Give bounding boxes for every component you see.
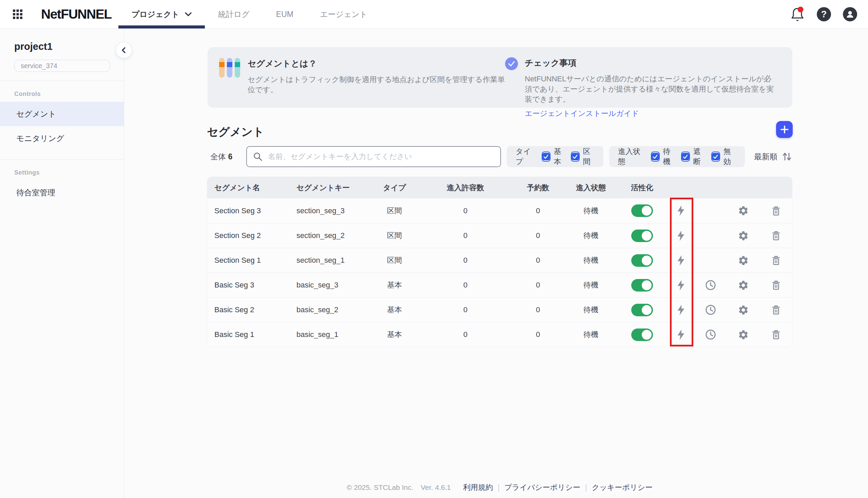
trash-icon[interactable] — [771, 206, 781, 216]
netfunnel-segment-page: NetFUNNEL プロジェクト 統計ログ EUM エージェント — [0, 0, 868, 498]
add-segment-button[interactable] — [776, 121, 793, 138]
status-filter-waiting[interactable]: 待機 — [651, 146, 676, 167]
segment-type: 基本 — [370, 329, 419, 340]
tab-project-label: プロジェクト — [132, 9, 179, 19]
gear-icon[interactable] — [738, 205, 749, 216]
segment-status: 待機 — [564, 255, 618, 265]
app-grid-icon[interactable] — [10, 6, 25, 22]
search-icon — [253, 152, 262, 161]
banner-segment-info: セグメントとは？ セグメントはトラフィック制御を適用する地点および区間を管理する… — [208, 47, 505, 108]
bolt-icon[interactable] — [677, 329, 685, 340]
tab-stats-log-label: 統計ログ — [218, 9, 250, 19]
segment-reserved-count: 0 — [512, 330, 564, 339]
segment-key: basic_seg_3 — [289, 281, 370, 289]
status-filter-blocked[interactable]: 遮断 — [681, 146, 706, 167]
tab-eum-label: EUM — [276, 10, 294, 19]
trash-icon[interactable] — [771, 329, 781, 340]
table-row: Basic Seg 2 basic_seg_2 基本 0 0 待機 — [207, 297, 792, 322]
project-title: project1 — [0, 29, 124, 52]
bolt-icon[interactable] — [677, 206, 685, 216]
segment-key: section_seg_3 — [289, 207, 370, 215]
segment-allowed-count: 0 — [419, 305, 512, 314]
segment-reserved-count: 0 — [512, 207, 564, 215]
account-avatar-icon[interactable] — [843, 7, 857, 21]
gear-icon[interactable] — [738, 304, 749, 316]
segment-type: 区間 — [370, 231, 419, 241]
privacy-policy-link[interactable]: プライバシーポリシー — [504, 482, 580, 493]
status-filter-disabled[interactable]: 無効 — [711, 146, 736, 167]
tab-agent[interactable]: エージェント — [307, 0, 381, 28]
activation-toggle-on[interactable] — [631, 328, 653, 341]
trash-icon[interactable] — [771, 280, 781, 290]
checkbox-checked-icon — [681, 152, 690, 162]
help-icon[interactable]: ? — [817, 7, 831, 21]
tab-stats-log[interactable]: 統計ログ — [205, 0, 263, 28]
activation-toggle-on[interactable] — [631, 279, 653, 291]
sidebar-item-waiting-room-label: 待合室管理 — [16, 187, 55, 198]
bolt-icon[interactable] — [677, 280, 685, 290]
activation-toggle-on[interactable] — [631, 304, 653, 316]
tab-eum[interactable]: EUM — [263, 0, 307, 28]
trash-icon[interactable] — [771, 230, 781, 241]
segment-reserved-count: 0 — [512, 256, 564, 265]
segment-type: 区間 — [370, 206, 419, 216]
type-filter-group: タイプ 基本 区間 — [507, 146, 604, 167]
version-text: Ver. 4.6.1 — [421, 483, 451, 492]
netfunnel-logo[interactable]: NetFUNNEL — [41, 7, 112, 22]
header-activation: 活性化 — [618, 183, 666, 193]
sort-arrows-icon — [781, 152, 792, 162]
clock-icon[interactable] — [705, 304, 716, 316]
service-selector[interactable]: service_374 — [14, 60, 110, 72]
bolt-icon[interactable] — [677, 231, 685, 241]
clock-icon[interactable] — [705, 329, 716, 340]
list-controls: 全体 6 タイプ 基本 — [207, 146, 792, 167]
checkbox-checked-icon — [542, 152, 550, 162]
sort-control[interactable]: 最新順 — [754, 152, 792, 162]
notification-bell-icon[interactable] — [790, 6, 805, 22]
segment-name: Section Seg 2 — [207, 231, 289, 240]
sidebar-item-segment[interactable]: セグメント — [0, 102, 124, 126]
tab-agent-label: エージェント — [320, 9, 368, 19]
gear-icon[interactable] — [738, 230, 749, 241]
gear-icon[interactable] — [738, 255, 749, 266]
activation-toggle-on[interactable] — [631, 230, 653, 242]
type-filter-basic[interactable]: 基本 — [542, 146, 566, 167]
sidebar-section-controls: Controls — [0, 81, 124, 102]
bolt-icon[interactable] — [677, 305, 685, 315]
sort-label: 最新順 — [754, 152, 777, 162]
segment-search — [246, 146, 501, 167]
chevron-down-icon — [185, 12, 192, 17]
page-title: セグメント — [207, 124, 264, 140]
table-row: Section Seg 2 section_seg_2 区間 0 0 待機 — [207, 223, 792, 248]
checkbox-checked-icon — [651, 152, 660, 162]
activation-toggle-on[interactable] — [631, 254, 653, 267]
trash-icon[interactable] — [771, 255, 781, 266]
sidebar-item-monitoring-label: モニタリング — [16, 133, 64, 144]
segment-table: セグメント名 セグメントキー タイプ 進入許容数 予約数 進入状態 活性化 Se… — [207, 176, 792, 347]
banner-right-body: NetFUNNELサーバとの通信のためにはエージェントのインストールが必須であり… — [525, 74, 776, 104]
sidebar-collapse-button[interactable] — [116, 42, 132, 58]
sidebar-section-settings: Settings — [0, 160, 124, 180]
topbar-actions: ? — [790, 6, 868, 22]
clock-icon[interactable] — [705, 279, 716, 291]
tab-project[interactable]: プロジェクト — [118, 0, 205, 28]
info-banner: セグメントとは？ セグメントはトラフィック制御を適用する地点および区間を管理する… — [208, 47, 792, 108]
sidebar-item-waiting-room[interactable]: 待合室管理 — [0, 180, 124, 205]
search-input[interactable] — [267, 152, 494, 161]
gear-icon[interactable] — [738, 280, 749, 291]
agent-install-guide-link[interactable]: エージェントインストールガイド — [525, 108, 639, 119]
sidebar-item-monitoring[interactable]: モニタリング — [0, 126, 124, 150]
type-filter-section[interactable]: 区間 — [571, 146, 595, 167]
gear-icon[interactable] — [738, 329, 749, 340]
main-nav-tabs: プロジェクト 統計ログ EUM エージェント — [118, 0, 381, 28]
segment-status: 待機 — [564, 329, 618, 340]
segment-type: 基本 — [370, 280, 419, 290]
cookie-policy-link[interactable]: クッキーポリシー — [592, 482, 652, 493]
terms-link[interactable]: 利用規約 — [463, 482, 493, 493]
segment-name: Section Seg 1 — [207, 256, 289, 265]
trash-icon[interactable] — [771, 304, 781, 315]
activation-toggle-on[interactable] — [631, 205, 653, 217]
header-segment-key: セグメントキー — [289, 183, 370, 193]
main-content: セグメントとは？ セグメントはトラフィック制御を適用する地点および区間を管理する… — [125, 29, 868, 498]
bolt-icon[interactable] — [677, 255, 685, 266]
